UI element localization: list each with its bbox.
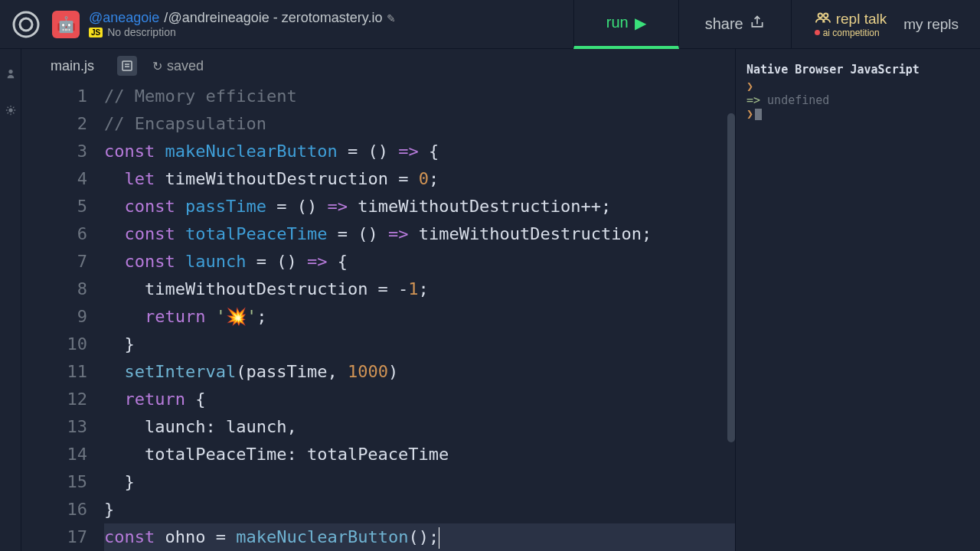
code-content[interactable]: // Memory efficient// Encapsulationconst… xyxy=(104,83,735,551)
user-link[interactable]: @aneagoie xyxy=(89,10,159,26)
play-icon: ▶ xyxy=(635,14,646,32)
editor-scrollbar[interactable] xyxy=(727,113,735,442)
svg-point-2 xyxy=(818,13,822,18)
project-name: /@andreineagoie - zerotomastery.io xyxy=(164,10,382,26)
replit-logo[interactable] xyxy=(11,9,41,40)
saved-indicator: ↻ saved xyxy=(152,58,204,74)
file-tab[interactable]: main.js xyxy=(43,55,102,77)
line-gutter: 1234567891011121314151617 xyxy=(21,83,104,551)
history-icon: ↻ xyxy=(152,59,162,73)
svg-point-3 xyxy=(824,13,828,18)
edit-icon[interactable]: ✎ xyxy=(387,12,396,24)
svg-point-0 xyxy=(14,12,38,37)
svg-point-5 xyxy=(8,108,12,112)
lang-badge: JS xyxy=(89,28,103,37)
project-title-block: @aneagoie/@andreineagoie - zerotomastery… xyxy=(89,10,396,38)
tab-bar: main.js ↻ saved xyxy=(21,49,735,83)
console-prompt: ❯ xyxy=(746,107,753,121)
people-icon xyxy=(815,11,831,28)
console-result: undefined xyxy=(767,93,829,107)
console-result-arrow: => xyxy=(746,93,767,107)
share-icon xyxy=(750,15,765,34)
editor: main.js ↻ saved 123456789101112131415161… xyxy=(21,49,735,551)
code-area[interactable]: 1234567891011121314151617 // Memory effi… xyxy=(21,83,735,551)
run-button[interactable]: run ▶ xyxy=(573,0,679,49)
svg-rect-6 xyxy=(122,61,132,70)
notification-dot xyxy=(815,30,820,35)
my-repls-link[interactable]: my repls xyxy=(903,16,959,33)
main: main.js ↻ saved 123456789101112131415161… xyxy=(0,49,980,551)
svg-point-4 xyxy=(8,70,12,73)
left-rail xyxy=(0,49,21,551)
files-panel-icon[interactable] xyxy=(117,56,137,76)
repl-talk-link[interactable]: repl talk ai competition xyxy=(815,11,887,38)
settings-icon[interactable] xyxy=(5,105,16,118)
console-cursor xyxy=(755,109,762,120)
header: 🤖 @aneagoie/@andreineagoie - zerotomaste… xyxy=(0,0,980,49)
console-prompt: ❯ xyxy=(746,80,753,93)
avatar[interactable]: 🤖 xyxy=(52,11,80,38)
svg-point-1 xyxy=(20,18,32,31)
files-icon[interactable] xyxy=(5,69,16,82)
console[interactable]: Native Browser JavaScript ❯ => undefined… xyxy=(735,49,980,551)
console-title: Native Browser JavaScript xyxy=(746,63,969,77)
share-button[interactable]: share xyxy=(679,0,792,49)
project-description: No description xyxy=(107,26,176,38)
